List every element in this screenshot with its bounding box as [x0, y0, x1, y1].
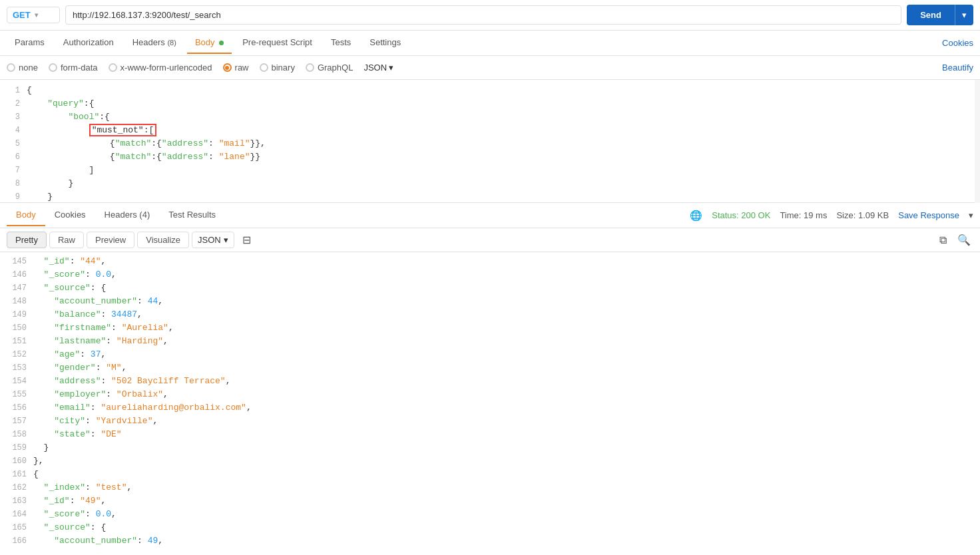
format-dropdown[interactable]: JSON ▾ — [364, 63, 393, 73]
resp-line-147: 147 "_source": { — [0, 281, 980, 295]
resp-line-149: 149 "balance": 34487, — [0, 308, 980, 321]
tab-authorization[interactable]: Authorization — [55, 32, 122, 54]
preview-view-button[interactable]: Preview — [87, 232, 134, 248]
radio-graphql-dot — [306, 63, 314, 72]
request-tabs: Params Authorization Headers (8) Body Pr… — [0, 31, 980, 56]
response-size: Size: 1.09 KB — [836, 210, 889, 220]
resp-line-156: 156 "email": "aureliaharding@orbalix.com… — [0, 401, 980, 415]
code-line-6: 6 {"match":{"address": "lane"}} — [0, 150, 980, 164]
globe-icon: 🌐 — [690, 210, 702, 222]
radio-binary[interactable]: binary — [260, 63, 295, 73]
method-select[interactable]: GET ▾ — [7, 7, 60, 23]
send-dropdown-button[interactable]: ▾ — [955, 5, 973, 25]
radio-none[interactable]: none — [7, 63, 38, 73]
filter-button[interactable]: ⊟ — [237, 231, 256, 249]
top-bar: GET ▾ Send ▾ — [0, 0, 980, 31]
code-line-2: 2 "query":{ — [0, 97, 980, 110]
resp-line-161: 161{ — [0, 468, 980, 481]
tab-settings[interactable]: Settings — [362, 32, 409, 54]
resp-tab-body[interactable]: Body — [7, 204, 45, 226]
resp-line-158: 158 "state": "DE" — [0, 428, 980, 441]
toolbar-right: ⧉ 🔍 — [937, 232, 973, 248]
method-label: GET — [13, 10, 31, 20]
resp-line-157: 157 "city": "Yardville", — [0, 415, 980, 428]
request-body-editor[interactable]: 1{2 "query":{3 "bool":{4 "must_not":[5 {… — [0, 80, 980, 203]
tab-tests[interactable]: Tests — [323, 32, 359, 54]
code-line-3: 3 "bool":{ — [0, 110, 980, 124]
beautify-button[interactable]: Beautify — [942, 63, 973, 73]
url-input[interactable] — [65, 5, 901, 25]
resp-format-chevron-icon: ▾ — [224, 235, 228, 245]
radio-urlencoded-dot — [109, 63, 117, 72]
code-line-1: 1{ — [0, 84, 980, 97]
resp-line-165: 165 "_source": { — [0, 521, 980, 534]
resp-tab-test-results[interactable]: Test Results — [159, 204, 225, 226]
response-tabs: Body Cookies Headers (4) Test Results 🌐 … — [0, 203, 980, 228]
resp-line-164: 164 "_score": 0.0, — [0, 508, 980, 521]
response-body: 145 "_id": "44",146 "_score": 0.0,147 "_… — [0, 252, 980, 555]
resp-line-166: 166 "account_number": 49, — [0, 534, 980, 548]
code-line-5: 5 {"match":{"address": "mail"}}, — [0, 137, 980, 150]
editor-scrollbar — [975, 80, 980, 203]
resp-line-146: 146 "_score": 0.0, — [0, 268, 980, 281]
resp-line-155: 155 "employer": "Orbalix", — [0, 388, 980, 401]
radio-form-data[interactable]: form-data — [49, 63, 98, 73]
send-button[interactable]: Send — [907, 5, 955, 25]
resp-line-160: 160}, — [0, 455, 980, 468]
resp-tab-headers[interactable]: Headers (4) — [95, 204, 160, 226]
save-response-button[interactable]: Save Response — [898, 210, 959, 220]
send-group: Send ▾ — [907, 5, 973, 25]
response-section: Body Cookies Headers (4) Test Results 🌐 … — [0, 203, 980, 555]
response-status-bar: 🌐 Status: 200 OK Time: 19 ms Size: 1.09 … — [690, 210, 973, 222]
search-button[interactable]: 🔍 — [955, 232, 973, 248]
resp-line-150: 150 "firstname": "Aurelia", — [0, 321, 980, 335]
response-time: Time: 19 ms — [780, 210, 827, 220]
resp-line-162: 162 "_index": "test", — [0, 481, 980, 494]
radio-raw-dot — [223, 63, 232, 72]
tab-pre-request[interactable]: Pre-request Script — [234, 32, 320, 54]
code-line-4: 4 "must_not":[ — [0, 124, 980, 137]
resp-line-145: 145 "_id": "44", — [0, 255, 980, 268]
body-dot — [219, 41, 224, 45]
app-container: GET ▾ Send ▾ Params Authorization Header… — [0, 0, 980, 555]
status-badge: Status: 200 OK — [712, 210, 770, 220]
radio-none-dot — [7, 63, 15, 72]
save-chevron-icon: ▾ — [969, 210, 973, 220]
method-chevron-icon: ▾ — [35, 11, 38, 19]
radio-urlencoded[interactable]: x-www-form-urlencoded — [109, 63, 212, 73]
code-line-7: 7 ] — [0, 164, 980, 177]
resp-line-154: 154 "address": "502 Baycliff Terrace", — [0, 375, 980, 388]
resp-line-163: 163 "_id": "49", — [0, 494, 980, 508]
code-line-9: 9 } — [0, 190, 980, 203]
tab-params[interactable]: Params — [7, 32, 53, 54]
cookies-link[interactable]: Cookies — [942, 38, 973, 48]
code-editor-wrap: 1{2 "query":{3 "bool":{4 "must_not":[5 {… — [0, 80, 980, 203]
resp-line-148: 148 "account_number": 44, — [0, 295, 980, 308]
resp-line-159: 159 } — [0, 441, 980, 455]
visualize-view-button[interactable]: Visualize — [137, 232, 189, 248]
resp-line-151: 151 "lastname": "Harding", — [0, 335, 980, 348]
radio-graphql[interactable]: GraphQL — [306, 63, 353, 73]
radio-binary-dot — [260, 63, 268, 72]
resp-line-153: 153 "gender": "M", — [0, 361, 980, 375]
copy-button[interactable]: ⧉ — [937, 232, 949, 248]
code-line-8: 8 } — [0, 177, 980, 190]
raw-view-button[interactable]: Raw — [49, 232, 84, 248]
pretty-view-button[interactable]: Pretty — [7, 232, 47, 248]
format-chevron-icon: ▾ — [389, 63, 393, 73]
response-toolbar: Pretty Raw Preview Visualize JSON ▾ ⊟ ⧉ … — [0, 228, 980, 252]
radio-form-data-dot — [49, 63, 57, 72]
radio-raw[interactable]: raw — [223, 63, 249, 73]
tab-headers[interactable]: Headers (8) — [124, 32, 184, 54]
tab-body[interactable]: Body — [187, 32, 232, 54]
body-type-bar: none form-data x-www-form-urlencoded raw… — [0, 56, 980, 80]
resp-tab-cookies[interactable]: Cookies — [45, 204, 95, 226]
response-format-dropdown[interactable]: JSON ▾ — [192, 232, 234, 248]
resp-line-152: 152 "age": 37, — [0, 348, 980, 361]
